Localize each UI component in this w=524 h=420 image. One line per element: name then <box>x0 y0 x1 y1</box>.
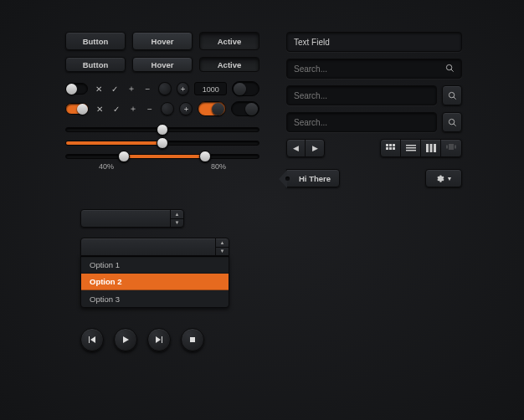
circle-button-empty[interactable] <box>161 102 174 115</box>
grid-view-icon[interactable] <box>381 140 401 156</box>
svg-rect-17 <box>434 144 436 152</box>
stepper-down-icon[interactable]: ▼ <box>171 219 183 228</box>
range-handle-low[interactable] <box>118 151 130 162</box>
svg-point-0 <box>446 64 451 69</box>
gear-icon <box>435 174 444 183</box>
coverflow-view-icon[interactable] <box>441 140 461 156</box>
button-small-default[interactable]: Button <box>65 57 126 72</box>
plus-icon[interactable]: ＋ <box>127 103 139 115</box>
search-field-button-2[interactable]: Search... <box>286 112 437 132</box>
text-field-label: Text Field <box>294 38 330 47</box>
svg-rect-21 <box>190 337 195 342</box>
slider-accent[interactable] <box>65 141 259 146</box>
range-label-high: 80% <box>211 162 226 171</box>
view-switcher <box>380 139 462 157</box>
close-icon[interactable]: ✕ <box>94 103 105 115</box>
toggle-on[interactable] <box>65 103 89 115</box>
svg-rect-20 <box>455 146 456 149</box>
number-input[interactable]: 1000 <box>194 82 227 95</box>
range-handle-high[interactable] <box>199 151 211 162</box>
svg-rect-16 <box>429 144 432 152</box>
dropdown-option[interactable]: Option 3 <box>81 290 229 307</box>
svg-rect-8 <box>393 144 395 146</box>
search-placeholder: Search... <box>294 64 327 74</box>
circle-button-plus[interactable]: ＋ <box>177 82 190 95</box>
search-field-button-1[interactable]: Search... <box>286 85 437 105</box>
search-placeholder: Search... <box>294 118 327 127</box>
svg-line-3 <box>453 96 455 99</box>
tag-chip[interactable]: Hi There <box>286 169 340 187</box>
search-button[interactable] <box>442 85 462 105</box>
dropdown-closed[interactable]: ▲▼ <box>80 209 184 228</box>
close-icon[interactable]: ✕ <box>93 83 105 95</box>
circle-button-empty[interactable] <box>158 82 172 95</box>
column-view-icon[interactable] <box>421 140 441 156</box>
svg-rect-13 <box>406 147 416 149</box>
svg-point-2 <box>449 92 454 97</box>
svg-rect-18 <box>449 144 454 150</box>
slider-plain[interactable] <box>65 127 259 132</box>
check-icon[interactable]: ✓ <box>110 103 122 115</box>
settings-dropdown-button[interactable]: ▼ <box>425 169 462 187</box>
check-icon[interactable]: ✓ <box>110 83 121 95</box>
nav-prev-next: ◀ ▶ <box>286 139 325 157</box>
media-prev-button[interactable] <box>80 328 104 351</box>
pill-toggle-on-accent[interactable] <box>198 101 226 116</box>
media-next-button[interactable] <box>147 328 171 351</box>
triangle-right-icon[interactable]: ▶ <box>306 140 324 156</box>
svg-rect-19 <box>446 146 448 149</box>
svg-point-4 <box>449 119 454 124</box>
svg-rect-15 <box>426 144 429 152</box>
pill-toggle-off[interactable] <box>232 81 259 96</box>
svg-line-1 <box>451 69 454 71</box>
stepper-down-icon[interactable]: ▼ <box>216 248 229 256</box>
search-button[interactable] <box>442 112 462 132</box>
svg-rect-11 <box>393 147 395 150</box>
search-field-inline[interactable]: Search... <box>286 59 462 79</box>
minus-icon[interactable]: − <box>142 83 154 95</box>
slider-handle[interactable] <box>157 124 168 136</box>
button-hover[interactable]: Hover <box>132 32 193 50</box>
dropdown-open[interactable]: ▲▼ <box>80 238 229 256</box>
svg-rect-6 <box>386 144 388 146</box>
text-field[interactable]: Text Field <box>286 32 462 52</box>
media-play-button[interactable] <box>114 328 137 351</box>
tag-label: Hi There <box>299 174 331 183</box>
svg-rect-9 <box>386 147 388 150</box>
slider-handle[interactable] <box>157 137 168 149</box>
plus-icon[interactable]: ＋ <box>126 83 137 95</box>
stepper-up-icon[interactable]: ▲ <box>171 210 183 219</box>
list-view-icon[interactable] <box>401 140 421 156</box>
toggle-off[interactable] <box>65 83 88 95</box>
circle-button-plus[interactable]: ＋ <box>179 102 193 115</box>
range-label-low: 40% <box>99 162 114 171</box>
svg-rect-10 <box>389 147 392 150</box>
chevron-down-icon: ▼ <box>447 176 453 182</box>
svg-rect-12 <box>406 145 416 146</box>
pill-toggle-on[interactable] <box>231 101 259 116</box>
button-active[interactable]: Active <box>199 32 259 50</box>
search-placeholder: Search... <box>294 91 327 100</box>
dropdown-option-selected[interactable]: Option 2 <box>81 274 229 290</box>
svg-line-5 <box>453 123 455 125</box>
dropdown-option[interactable]: Option 1 <box>81 257 229 274</box>
stepper-up-icon[interactable]: ▲ <box>216 238 229 248</box>
range-slider[interactable] <box>65 154 259 159</box>
minus-icon[interactable]: − <box>144 103 156 115</box>
media-stop-button[interactable] <box>181 328 204 351</box>
svg-rect-14 <box>406 150 416 151</box>
button-default[interactable]: Button <box>65 32 126 50</box>
triangle-left-icon[interactable]: ◀ <box>287 140 306 156</box>
button-small-active[interactable]: Active <box>199 57 259 72</box>
dropdown-list: Option 1 Option 2 Option 3 <box>80 256 229 308</box>
search-icon[interactable] <box>445 64 455 74</box>
button-small-hover[interactable]: Hover <box>132 57 193 72</box>
svg-rect-7 <box>389 144 392 146</box>
